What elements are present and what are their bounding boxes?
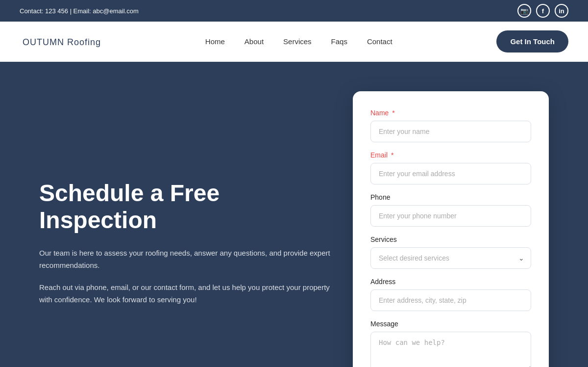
nav-services[interactable]: Services (283, 37, 312, 46)
nav-faqs[interactable]: Faqs (331, 37, 347, 46)
hero-section: Schedule a Free Inspection Our team is h… (0, 62, 588, 367)
services-group: Services Select desired services Roof Re… (370, 236, 531, 269)
address-group: Address (370, 278, 531, 311)
contact-form-card: Name * Email * Phone Services Select des… (353, 91, 549, 367)
nav-about[interactable]: About (245, 37, 264, 46)
get-in-touch-button[interactable]: Get In Touch (496, 30, 568, 52)
instagram-icon[interactable]: 📷 (517, 4, 531, 18)
services-select-wrapper: Select desired services Roof Repair Roof… (370, 247, 531, 269)
email-input[interactable] (370, 163, 531, 184)
services-select[interactable]: Select desired services Roof Repair Roof… (370, 247, 531, 269)
email-label: Email * (370, 151, 531, 159)
name-label: Name * (370, 109, 531, 117)
main-nav: Home About Services Faqs Contact (205, 37, 392, 46)
contact-info: Contact: 123 456 | Email: abc@email.com (20, 7, 139, 15)
facebook-icon[interactable]: f (536, 4, 550, 18)
phone-group: Phone (370, 193, 531, 227)
address-label: Address (370, 278, 531, 286)
hero-title: Schedule a Free Inspection (39, 180, 333, 234)
nav-home[interactable]: Home (205, 37, 225, 46)
name-group: Name * (370, 109, 531, 142)
top-bar: Contact: 123 456 | Email: abc@email.com … (0, 0, 588, 22)
nav-contact[interactable]: Contact (367, 37, 392, 46)
services-label: Services (370, 236, 531, 243)
linkedin-icon[interactable]: in (555, 4, 568, 18)
social-links: 📷 f in (517, 4, 568, 18)
hero-desc-1: Our team is here to assess your roofing … (39, 247, 333, 272)
contact-text: Contact: 123 456 | Email: abc@email.com (20, 7, 139, 15)
phone-label: Phone (370, 193, 531, 201)
message-label: Message (370, 320, 531, 328)
email-group: Email * (370, 151, 531, 184)
message-group: Message (370, 320, 531, 367)
logo: OUTUMNRoofing (20, 35, 101, 48)
message-textarea[interactable] (370, 332, 531, 367)
address-input[interactable] (370, 289, 531, 311)
phone-input[interactable] (370, 205, 531, 227)
hero-content: Schedule a Free Inspection Our team is h… (39, 91, 333, 315)
name-input[interactable] (370, 121, 531, 142)
header: OUTUMNRoofing Home About Services Faqs C… (0, 22, 588, 62)
hero-desc-2: Reach out via phone, email, or our conta… (39, 282, 333, 306)
